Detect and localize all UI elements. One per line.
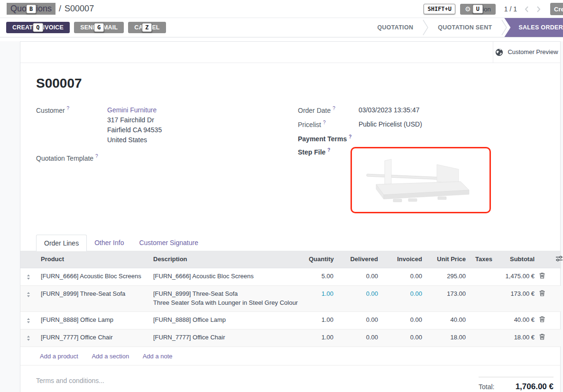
cell-subtotal: 40.00 € xyxy=(497,311,539,329)
delete-line-button[interactable] xyxy=(539,329,551,346)
add-note-link[interactable]: Add a note xyxy=(143,353,173,360)
step-file-field-row: Step File ? xyxy=(298,147,545,213)
help-icon: ? xyxy=(327,147,330,153)
cell-delivered[interactable]: 0.00 xyxy=(338,329,383,346)
order-date-value[interactable]: 03/03/2023 13:35:47 xyxy=(359,105,419,115)
cancel-button[interactable]: CANCEL Z xyxy=(128,22,166,33)
cell-delivered[interactable]: 0.00 xyxy=(338,311,383,329)
add-section-link[interactable]: Add a section xyxy=(92,353,129,360)
order-line-row[interactable]: [FURN_7777] Office Chair [FURN_7777] Off… xyxy=(20,329,561,346)
tab-customer-signature[interactable]: Customer Signature xyxy=(131,235,206,251)
status-step-quotation[interactable]: QUOTATION xyxy=(369,18,422,37)
drag-handle-icon[interactable] xyxy=(20,329,36,346)
cell-taxes[interactable] xyxy=(471,311,497,329)
optional-columns-toggle[interactable] xyxy=(551,251,561,268)
cell-taxes[interactable] xyxy=(471,329,497,346)
cell-taxes[interactable] xyxy=(471,268,497,285)
customer-link[interactable]: Gemini Furniture xyxy=(107,106,157,114)
cell-delivered[interactable]: 0.00 xyxy=(338,285,383,311)
notebook-tabs: Order Lines Other Info Customer Signatur… xyxy=(36,235,560,251)
order-date-field-row: Order Date ? 03/03/2023 13:35:47 xyxy=(298,105,545,115)
pager-previous-icon[interactable] xyxy=(525,6,529,13)
payment-terms-field-label: Payment Terms ? xyxy=(298,134,359,143)
drag-handle-icon[interactable] xyxy=(20,311,36,329)
customer-preview-button[interactable]: Customer Preview xyxy=(493,42,560,63)
cell-unit-price[interactable]: 173.00 xyxy=(427,285,471,311)
gear-icon: ⚙ xyxy=(465,6,471,12)
cell-taxes[interactable] xyxy=(471,285,497,311)
column-header-description[interactable]: Description xyxy=(148,251,304,268)
cell-description[interactable]: [FURN_7777] Office Chair xyxy=(148,329,304,346)
cell-subtotal: 18.00 € xyxy=(497,329,539,346)
cell-description[interactable]: [FURN_8999] Three-Seat Sofa Three Seater… xyxy=(148,285,304,311)
quotation-template-field-label: Quotation Template ? xyxy=(36,153,107,162)
tab-order-lines[interactable]: Order Lines xyxy=(36,235,87,251)
cell-description[interactable]: [FURN_8888] Office Lamp xyxy=(148,311,304,329)
delete-line-button[interactable] xyxy=(539,285,551,311)
drag-handle-icon[interactable] xyxy=(20,285,36,311)
action-menu-button[interactable]: ⚙ Action U xyxy=(460,4,496,15)
pager-next-icon[interactable] xyxy=(536,6,541,13)
order-line-row[interactable]: [FURN_6666] Acoustic Bloc Screens [FURN_… xyxy=(20,268,561,285)
cell-product[interactable]: [FURN_6666] Acoustic Bloc Screens xyxy=(36,268,148,285)
tab-other-info[interactable]: Other Info xyxy=(87,235,131,251)
column-header-subtotal[interactable]: Subtotal xyxy=(497,251,539,268)
step-file-3d-model-image xyxy=(364,154,478,206)
create-button[interactable]: Create xyxy=(550,3,563,15)
column-header-product[interactable]: Product xyxy=(36,251,148,268)
column-header-delivered[interactable]: Delivered xyxy=(338,251,383,268)
cell-invoiced[interactable]: 0.00 xyxy=(383,311,427,329)
cell-unit-price[interactable]: 295.00 xyxy=(427,268,471,285)
handle-column-header xyxy=(20,251,36,268)
column-header-invoiced[interactable]: Invoiced xyxy=(383,251,427,268)
column-header-quantity[interactable]: Quantity xyxy=(304,251,338,268)
customer-address-line: 317 Fairchild Dr xyxy=(107,115,162,125)
order-date-field-label: Order Date ? xyxy=(298,105,359,115)
keyboard-hint-action: U xyxy=(473,5,483,14)
order-lines-table: Product Description Quantity Delivered I… xyxy=(20,251,561,346)
cell-product[interactable]: [FURN_7777] Office Chair xyxy=(36,329,148,346)
page-title: S00007 xyxy=(36,76,545,91)
pricelist-field-label: Pricelist ? xyxy=(298,119,359,129)
send-email-button[interactable]: SEND EMAIL G xyxy=(74,22,124,33)
cell-invoiced[interactable]: 0.00 xyxy=(383,285,427,311)
totals-box: Total: 1,706.00 € xyxy=(479,377,554,392)
create-invoice-button[interactable]: CREATE INVOICE Q xyxy=(6,22,70,33)
add-product-link[interactable]: Add a product xyxy=(40,353,78,360)
cell-unit-price[interactable]: 18.00 xyxy=(427,329,471,346)
breadcrumb: Quotations B / S00007 xyxy=(7,3,94,15)
cell-description[interactable]: [FURN_6666] Acoustic Bloc Screens xyxy=(148,268,304,285)
trash-icon xyxy=(539,334,545,340)
delete-line-button[interactable] xyxy=(539,268,551,285)
order-line-row[interactable]: [FURN_8888] Office Lamp [FURN_8888] Offi… xyxy=(20,311,561,329)
cell-product[interactable]: [FURN_8999] Three-Seat Sofa xyxy=(36,285,148,311)
help-icon: ? xyxy=(332,106,335,111)
cell-quantity[interactable]: 1.00 xyxy=(304,285,338,311)
cell-product[interactable]: [FURN_8888] Office Lamp xyxy=(36,311,148,329)
terms-and-conditions-field[interactable]: Terms and conditions... xyxy=(36,377,104,392)
cell-quantity[interactable]: 1.00 xyxy=(304,311,338,329)
cell-quantity[interactable]: 5.00 xyxy=(304,268,338,285)
order-line-row[interactable]: [FURN_8999] Three-Seat Sofa [FURN_8999] … xyxy=(20,285,561,311)
cell-subtotal: 1,475.00 € xyxy=(497,268,539,285)
drag-handle-icon[interactable] xyxy=(20,268,36,285)
cell-delivered[interactable]: 0.00 xyxy=(338,268,383,285)
sheet-footer: Terms and conditions... Total: 1,706.00 … xyxy=(20,365,560,392)
status-step-quotation-sent[interactable]: QUOTATION SENT xyxy=(429,18,500,37)
breadcrumb-quotations-link[interactable]: Quotations B xyxy=(7,3,55,15)
column-header-unit-price[interactable]: Unit Price xyxy=(427,251,471,268)
column-header-taxes[interactable]: Taxes xyxy=(471,251,497,268)
cell-invoiced[interactable]: 0.00 xyxy=(383,329,427,346)
customer-field-row: Customer ? Gemini Furniture 317 Fairchil… xyxy=(36,105,298,145)
status-step-sales-order[interactable]: SALES ORDER xyxy=(504,18,563,37)
pricelist-value[interactable]: Public Pricelist (USD) xyxy=(359,119,422,129)
field-grid: Customer ? Gemini Furniture 317 Fairchil… xyxy=(36,105,545,218)
customer-address-line: United States xyxy=(107,135,162,145)
cell-invoiced[interactable]: 0.00 xyxy=(383,268,427,285)
delete-line-button[interactable] xyxy=(539,311,551,329)
trash-icon xyxy=(539,290,545,296)
cell-subtotal: 173.00 € xyxy=(497,285,539,311)
cell-unit-price[interactable]: 40.00 xyxy=(427,311,471,329)
cell-quantity[interactable]: 1.00 xyxy=(304,329,338,346)
pricelist-field-row: Pricelist ? Public Pricelist (USD) xyxy=(298,119,545,129)
